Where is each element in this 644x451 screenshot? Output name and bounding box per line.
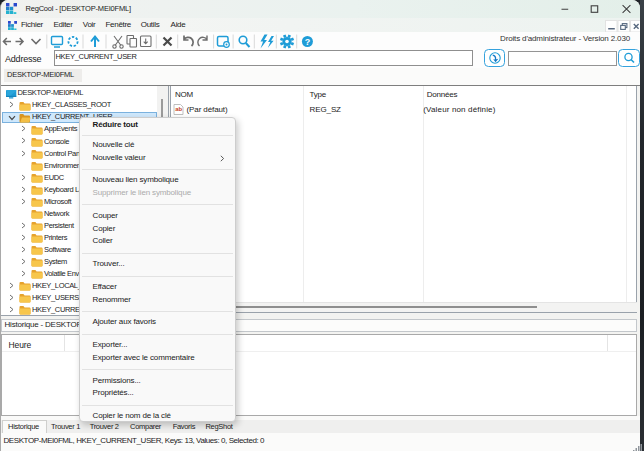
svg-text:?: ? — [305, 37, 311, 47]
svg-text:ab: ab — [175, 106, 182, 112]
